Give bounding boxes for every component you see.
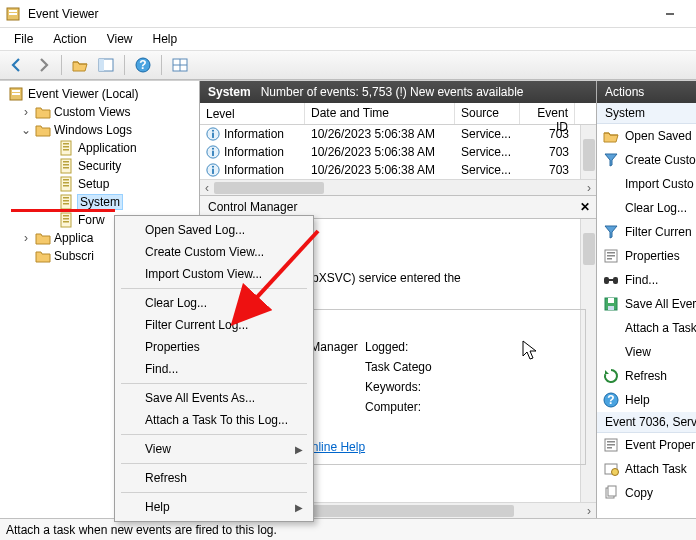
col-source[interactable]: Source (455, 103, 520, 124)
action-filter-log[interactable]: Filter Curren (597, 220, 696, 244)
chevron-right-icon: ▶ (295, 444, 303, 455)
actions-section-event: Event 7036, Servic (597, 412, 696, 433)
panes-button[interactable] (169, 54, 191, 76)
refresh-icon (603, 368, 619, 384)
grid-row[interactable]: Information 10/26/2023 5:06:38 AM Servic… (200, 143, 596, 161)
expand-icon[interactable]: › (20, 105, 32, 119)
folder-icon (35, 104, 51, 120)
event-count: Number of events: 5,753 (!) New events a… (261, 85, 524, 99)
tree-root[interactable]: Event Viewer (Local) (2, 85, 197, 103)
action-event-copy[interactable]: Copy (597, 481, 696, 505)
log-icon (59, 212, 75, 228)
collapse-icon[interactable]: ⌄ (20, 123, 32, 137)
chevron-right-icon: ▶ (295, 502, 303, 513)
forward-button[interactable] (32, 54, 54, 76)
annotation-underline (11, 209, 115, 212)
status-text: Attach a task when new events are fired … (6, 523, 277, 537)
close-detail-button[interactable]: ✕ (580, 200, 590, 214)
toolbar (0, 50, 696, 80)
actions-section-system: System (597, 103, 696, 124)
menu-view[interactable]: View (97, 30, 143, 48)
info-icon (206, 127, 220, 141)
save-icon (603, 296, 619, 312)
grid-row[interactable]: Information 10/26/2023 5:06:38 AM Servic… (200, 161, 596, 179)
folder-icon (35, 248, 51, 264)
action-refresh[interactable]: Refresh (597, 364, 696, 388)
minimize-button[interactable] (650, 2, 690, 26)
info-icon (206, 163, 220, 177)
funnel-icon (603, 152, 619, 168)
funnel-icon (603, 224, 619, 240)
log-icon (59, 158, 75, 174)
grid-header: Level Date and Time Source Event ID (200, 103, 596, 125)
log-icon (59, 176, 75, 192)
action-save-all[interactable]: Save All Ever (597, 292, 696, 316)
menu-action[interactable]: Action (43, 30, 96, 48)
folder-icon (35, 230, 51, 246)
log-icon (59, 140, 75, 156)
center-header: System Number of events: 5,753 (!) New e… (200, 81, 596, 103)
ctx-save-all[interactable]: Save All Events As... (117, 387, 311, 409)
log-name: System (208, 85, 251, 99)
log-icon (59, 194, 75, 210)
action-event-properties[interactable]: Event Proper (597, 433, 696, 457)
expand-icon[interactable]: › (20, 231, 32, 245)
eventviewer-icon (9, 86, 25, 102)
ctx-create-custom[interactable]: Create Custom View... (117, 241, 311, 263)
col-level[interactable]: Level (200, 103, 305, 124)
action-event-attach-task[interactable]: Attach Task (597, 457, 696, 481)
titlebar: Event Viewer (0, 0, 696, 28)
help-button[interactable] (132, 54, 154, 76)
action-create-custom[interactable]: Create Custo (597, 148, 696, 172)
ctx-attach-task[interactable]: Attach a Task To this Log... (117, 409, 311, 431)
copy-icon (603, 485, 619, 501)
ctx-view[interactable]: View▶ (117, 438, 311, 460)
svg-rect-33 (608, 486, 616, 496)
ctx-open-saved[interactable]: Open Saved Log... (117, 219, 311, 241)
action-attach-task[interactable]: Attach a Task (597, 316, 696, 340)
ctx-refresh[interactable]: Refresh (117, 467, 311, 489)
layout-button[interactable] (95, 54, 117, 76)
app-icon (6, 6, 22, 22)
action-open-saved[interactable]: Open Saved (597, 124, 696, 148)
action-find[interactable]: Find... (597, 268, 696, 292)
ctx-properties[interactable]: Properties (117, 336, 311, 358)
tree-application[interactable]: Application (2, 139, 197, 157)
task-icon (603, 461, 619, 477)
help-icon (603, 392, 619, 408)
menu-file[interactable]: File (4, 30, 43, 48)
menubar: File Action View Help (0, 28, 696, 50)
action-view[interactable]: View (597, 340, 696, 364)
horizontal-scrollbar[interactable]: ‹› (200, 179, 596, 195)
ctx-filter-log[interactable]: Filter Current Log... (117, 314, 311, 336)
context-menu: Open Saved Log... Create Custom View... … (114, 215, 314, 522)
col-eventid[interactable]: Event ID (520, 103, 575, 124)
ctx-help[interactable]: Help▶ (117, 496, 311, 518)
actions-pane: Actions System Open Saved Create Custo I… (596, 81, 696, 518)
col-date[interactable]: Date and Time (305, 103, 455, 124)
action-import-custom[interactable]: Import Custo (597, 172, 696, 196)
ctx-clear-log[interactable]: Clear Log... (117, 292, 311, 314)
grid-body: Information 10/26/2023 5:06:38 AM Servic… (200, 125, 596, 179)
detail-title: Control Manager (208, 200, 297, 214)
binoculars-icon (603, 272, 619, 288)
menu-help[interactable]: Help (143, 30, 188, 48)
action-properties[interactable]: Properties (597, 244, 696, 268)
ctx-import-custom[interactable]: Import Custom View... (117, 263, 311, 285)
tree-security[interactable]: Security (2, 157, 197, 175)
tree-setup[interactable]: Setup (2, 175, 197, 193)
action-help[interactable]: Help (597, 388, 696, 412)
ctx-find[interactable]: Find... (117, 358, 311, 380)
grid-row[interactable]: Information 10/26/2023 5:06:38 AM Servic… (200, 125, 596, 143)
action-clear-log[interactable]: Clear Log... (597, 196, 696, 220)
tree-windows-logs[interactable]: ⌄ Windows Logs (2, 121, 197, 139)
folder-open-icon (603, 128, 619, 144)
properties-icon (603, 437, 619, 453)
tree-custom-views[interactable]: › Custom Views (2, 103, 197, 121)
folder-icon (35, 122, 51, 138)
properties-icon (603, 248, 619, 264)
window-title: Event Viewer (28, 7, 98, 21)
back-button[interactable] (6, 54, 28, 76)
open-button[interactable] (69, 54, 91, 76)
vertical-scrollbar[interactable] (580, 125, 596, 179)
